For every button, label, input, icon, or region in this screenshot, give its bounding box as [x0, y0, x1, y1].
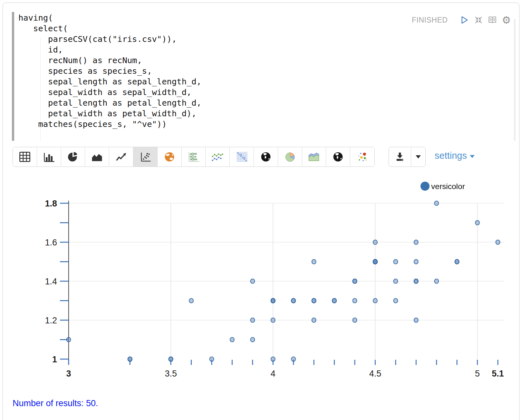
scatter-point[interactable] [312, 299, 316, 303]
scatter-point[interactable] [414, 318, 418, 322]
point-line-chart-icon [211, 151, 224, 163]
scatter-point[interactable] [271, 299, 275, 303]
chart-legend: versicolor [420, 182, 465, 191]
scatter-point[interactable] [353, 279, 357, 283]
chart-type-button-table[interactable] [13, 147, 37, 167]
scatter-point[interactable] [475, 221, 479, 225]
status-label: FINISHED [412, 16, 448, 24]
settings-dropdown[interactable]: settings [435, 150, 475, 161]
y-axis-tick-label: 1.6 [45, 238, 57, 247]
chart-type-button-globe-map[interactable] [158, 147, 182, 167]
paragraph-status-row: FINISHED [412, 14, 511, 25]
legend-label[interactable]: versicolor [431, 182, 465, 191]
scatter-point[interactable] [230, 338, 234, 342]
scatter-point[interactable] [353, 318, 357, 322]
chart-type-button-area-chart[interactable] [85, 147, 109, 167]
scatter-point[interactable] [189, 299, 193, 303]
legend-dot [420, 182, 430, 191]
motion-chart-icon [356, 151, 369, 163]
chart-type-button-area-pastel[interactable] [302, 147, 326, 167]
bubble-chart-icon [187, 151, 200, 163]
scatter-point[interactable] [393, 299, 398, 303]
matrix-chart-icon [235, 151, 248, 163]
scatter-point[interactable] [455, 260, 459, 264]
scatter-point[interactable] [434, 201, 439, 205]
chart-type-button-globe-dark[interactable] [254, 147, 278, 167]
y-axis-tick-label: 1.8 [45, 199, 57, 208]
download-options-button[interactable] [411, 147, 425, 167]
y-axis-tick-label: 1.2 [45, 316, 57, 325]
collapse-icon[interactable] [473, 15, 484, 25]
gear-icon[interactable]: ⚙ [501, 15, 511, 25]
scatter-point[interactable] [414, 260, 418, 264]
chart-type-button-scatter-chart[interactable] [133, 147, 158, 167]
scatter-point[interactable] [250, 318, 255, 322]
chart-type-button-motion-chart[interactable] [350, 147, 374, 167]
scatter-point[interactable] [169, 357, 173, 361]
scatter-point[interactable] [291, 299, 295, 303]
scatter-point[interactable] [353, 299, 357, 303]
scatter-point[interactable] [128, 357, 132, 361]
book-icon[interactable] [487, 15, 498, 25]
scatter-point[interactable] [414, 240, 418, 244]
scatter-chart: 11.21.41.61.833.544.555.1versicolor [3, 174, 522, 384]
x-axis-tick-label: 5.1 [492, 369, 504, 378]
line-chart-icon [114, 151, 128, 163]
scatter-point[interactable] [210, 357, 214, 361]
scatter-point[interactable] [393, 279, 398, 283]
globe-dark2-icon [331, 151, 345, 163]
download-button[interactable] [389, 147, 411, 167]
scatter-point[interactable] [496, 240, 500, 244]
bar-chart-icon [42, 151, 56, 163]
x-axis-labels: 33.544.555.1 [66, 369, 504, 378]
globe-dark-icon [259, 151, 273, 163]
scatter-point[interactable] [271, 357, 275, 361]
x-axis-tick-label: 4 [271, 369, 276, 378]
axis-ticks [60, 203, 498, 365]
pie-pastel-icon [283, 151, 297, 163]
scatter-point[interactable] [291, 357, 295, 361]
scatter-point[interactable] [373, 240, 377, 244]
scatter-point[interactable] [414, 279, 418, 283]
download-split-button [389, 147, 426, 167]
area-chart-icon [90, 151, 104, 163]
scatter-point[interactable] [434, 279, 439, 283]
y-axis-labels: 11.21.41.61.8 [45, 199, 57, 364]
settings-label: settings [435, 150, 467, 161]
scatter-point[interactable] [373, 299, 377, 303]
y-axis-tick-label: 1.4 [45, 277, 57, 286]
notebook-cell: having( select( parseCSV(cat("iris.csv")… [3, 3, 519, 420]
results-count-text: Number of results: 50. [13, 398, 98, 408]
x-axis-tick-label: 4.5 [369, 369, 382, 378]
chart-type-button-bar-chart[interactable] [37, 147, 61, 167]
notebook-page: having( select( parseCSV(cat("iris.csv")… [0, 0, 522, 420]
scatter-point[interactable] [312, 318, 316, 322]
code-editor[interactable]: having( select( parseCSV(cat("iris.csv")… [18, 13, 201, 129]
area-pastel-icon [307, 151, 321, 163]
scatter-point[interactable] [373, 260, 377, 264]
x-axis-tick-label: 3 [66, 369, 71, 378]
scatter-point[interactable] [393, 260, 398, 264]
editor-scrollbar[interactable] [514, 19, 516, 141]
chart-type-button-globe-dark2[interactable] [326, 147, 350, 167]
scatter-point[interactable] [271, 318, 275, 322]
chart-type-button-point-line-chart[interactable] [206, 147, 230, 167]
scatter-chart-icon [139, 151, 152, 163]
chart-type-button-pie-chart[interactable] [61, 147, 85, 167]
scatter-point[interactable] [312, 260, 316, 264]
scatter-point[interactable] [250, 279, 255, 283]
scatter-point[interactable] [332, 299, 336, 303]
scatter-point[interactable] [67, 338, 71, 342]
chart-type-button-line-chart[interactable] [109, 147, 133, 167]
chart-type-button-bubble-chart[interactable] [182, 147, 206, 167]
scatter-point[interactable] [250, 338, 255, 342]
globe-map-icon [163, 151, 176, 163]
editor-gutter-bar [12, 12, 14, 141]
x-axis-tick-label: 3.5 [165, 369, 177, 378]
pie-chart-icon [66, 151, 80, 163]
caret-down-icon [416, 155, 421, 158]
run-play-icon[interactable] [459, 15, 470, 25]
chart-type-button-matrix-chart[interactable] [230, 147, 254, 167]
y-axis-tick-label: 1 [52, 355, 57, 364]
chart-type-button-pie-pastel[interactable] [278, 147, 302, 167]
